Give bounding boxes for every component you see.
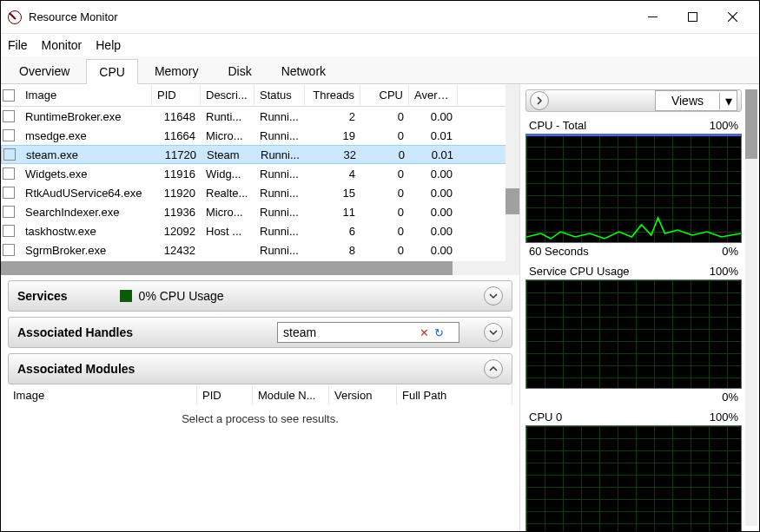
right-vertical-scrollbar[interactable]	[745, 89, 757, 526]
mod-col-image[interactable]: Image	[8, 385, 197, 405]
chart-max-label: 100%	[710, 410, 738, 424]
col-average[interactable]: Avera...	[409, 85, 458, 105]
cpu-usage-indicator-icon	[120, 290, 132, 302]
search-clear-icon[interactable]: ✕	[420, 326, 429, 339]
cell-image: SearchIndexer.exe	[20, 204, 152, 220]
row-checkbox[interactable]	[3, 225, 15, 237]
views-dropdown[interactable]: Views ▾	[655, 90, 737, 111]
handles-section-bar[interactable]: Associated Handles ✕ ↻	[8, 317, 512, 348]
cell-pid: 11664	[152, 128, 201, 144]
services-title: Services	[17, 289, 68, 303]
handles-expand-button[interactable]	[484, 323, 503, 342]
maximize-button[interactable]	[672, 4, 712, 30]
row-checkbox[interactable]	[3, 129, 15, 141]
modules-collapse-button[interactable]	[484, 359, 503, 378]
mod-col-version[interactable]: Version	[329, 385, 397, 405]
select-all-checkbox[interactable]	[3, 89, 15, 102]
table-row[interactable]: steam.exe11720SteamRunni...3200.01	[1, 145, 519, 164]
views-back-button[interactable]	[530, 91, 549, 110]
col-image[interactable]: Image	[20, 85, 152, 105]
cell-description: Realte...	[201, 185, 254, 201]
table-row[interactable]: taskhostw.exe12092Host ...Runni...600.00	[1, 221, 519, 240]
row-checkbox[interactable]	[3, 167, 15, 180]
col-status[interactable]: Status	[254, 85, 305, 105]
services-section-bar[interactable]: Services 0% CPU Usage	[8, 280, 512, 312]
table-row[interactable]: SearchIndexer.exe11936Micro...Runni...11…	[1, 202, 519, 221]
svg-rect-1	[688, 13, 697, 22]
chart-title: CPU - Total	[529, 119, 586, 132]
minimize-button[interactable]	[632, 4, 672, 30]
tab-network[interactable]: Network	[268, 58, 339, 83]
mod-col-module[interactable]: Module N...	[253, 385, 329, 405]
cell-status: Runni...	[255, 147, 306, 163]
modules-title: Associated Modules	[17, 362, 135, 376]
cell-cpu: 0	[361, 147, 410, 163]
mod-col-pid[interactable]: PID	[197, 385, 253, 405]
modules-section-bar[interactable]: Associated Modules	[8, 353, 512, 384]
menu-file[interactable]: File	[8, 38, 28, 52]
cell-pid: 11648	[152, 108, 201, 125]
tab-overview[interactable]: Overview	[6, 58, 83, 83]
cell-description: Steam	[202, 147, 255, 163]
table-row[interactable]: Widgets.exe11916Widg...Runni...400.00	[1, 164, 519, 183]
cell-status: Runni...	[254, 223, 305, 240]
row-checkbox[interactable]	[3, 244, 15, 256]
services-expand-button[interactable]	[484, 286, 503, 305]
tab-cpu[interactable]: CPU	[86, 59, 138, 84]
cell-threads: 19	[305, 128, 360, 144]
handles-title: Associated Handles	[17, 325, 133, 339]
cell-threads: 11	[305, 204, 360, 220]
app-icon	[8, 10, 22, 24]
row-checkbox[interactable]	[3, 187, 15, 199]
cpu-usage-text: 0% CPU Usage	[139, 289, 224, 303]
col-description[interactable]: Descri...	[201, 85, 254, 105]
col-pid[interactable]: PID	[152, 85, 201, 105]
row-checkbox[interactable]	[3, 206, 15, 218]
cell-pid: 12432	[152, 242, 201, 259]
menu-monitor[interactable]: Monitor	[42, 38, 83, 52]
chevron-down-icon: ▾	[719, 93, 737, 109]
row-checkbox[interactable]	[3, 110, 15, 122]
tab-memory[interactable]: Memory	[142, 58, 212, 83]
cell-pid: 11720	[153, 147, 202, 163]
cell-average: 0.00	[409, 185, 458, 201]
cell-image: Widgets.exe	[20, 166, 152, 182]
table-row[interactable]: RtkAudUService64.exe11920Realte...Runni.…	[1, 183, 519, 202]
process-vertical-scrollbar[interactable]	[506, 84, 519, 275]
chart-footer-right: 0%	[722, 245, 738, 258]
cell-image: steam.exe	[21, 147, 153, 163]
table-row[interactable]: msedge.exe11664Micro...Runni...1900.01	[1, 126, 519, 145]
cell-threads: 32	[306, 147, 361, 163]
cell-description: Runti...	[201, 108, 254, 125]
titlebar: Resource Monitor	[1, 1, 759, 34]
col-threads[interactable]: Threads	[305, 85, 360, 105]
table-row[interactable]: SgrmBroker.exe12432Runni...800.00	[1, 240, 519, 259]
process-table: Image PID Descri... Status Threads CPU A…	[1, 84, 519, 275]
cell-threads: 15	[305, 185, 360, 201]
cell-status: Runni...	[254, 166, 305, 182]
mod-col-fullpath[interactable]: Full Path	[397, 385, 512, 405]
cell-threads: 4	[305, 166, 360, 182]
cell-threads: 8	[305, 242, 360, 259]
process-horizontal-scrollbar[interactable]	[1, 261, 519, 275]
modules-empty-text: Select a process to see results.	[1, 405, 519, 432]
cell-average: 0.01	[410, 147, 459, 163]
cell-image: RtkAudUService64.exe	[20, 185, 152, 201]
close-button[interactable]	[712, 4, 752, 30]
cell-pid: 11936	[152, 204, 201, 220]
table-row[interactable]: RuntimeBroker.exe11648Runti...Runni...20…	[1, 107, 519, 126]
menu-help[interactable]: Help	[96, 38, 121, 52]
cell-status: Runni...	[254, 108, 305, 125]
cell-status: Runni...	[254, 242, 305, 259]
tab-disk[interactable]: Disk	[215, 58, 264, 83]
modules-table-header: Image PID Module N... Version Full Path	[1, 384, 519, 405]
window-title: Resource Monitor	[29, 10, 632, 23]
col-cpu[interactable]: CPU	[360, 85, 409, 105]
cell-description: Micro...	[201, 204, 254, 220]
cell-description: Widg...	[201, 166, 254, 182]
cell-pid: 11920	[152, 185, 201, 201]
cell-average: 0.00	[409, 242, 458, 259]
row-checkbox[interactable]	[3, 148, 16, 161]
chart-block: CPU 0100%	[525, 409, 742, 532]
search-refresh-icon[interactable]: ↻	[434, 326, 444, 339]
